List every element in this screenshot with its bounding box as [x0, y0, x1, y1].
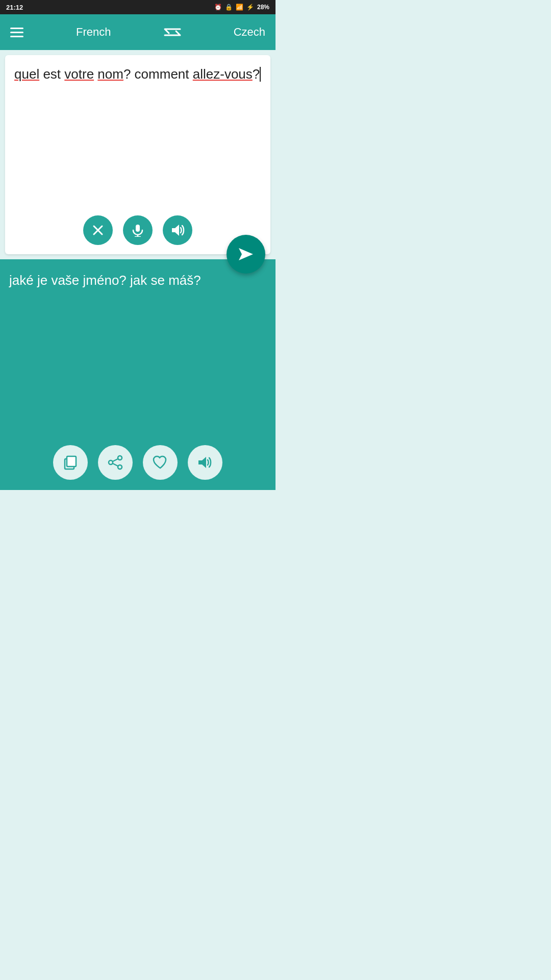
- clear-button[interactable]: [83, 215, 113, 245]
- svg-rect-8: [67, 456, 76, 467]
- svg-point-9: [118, 456, 122, 460]
- menu-button[interactable]: [10, 28, 23, 37]
- mic-button[interactable]: [123, 215, 153, 245]
- favorite-button[interactable]: [143, 445, 178, 480]
- output-speaker-button[interactable]: [188, 445, 222, 480]
- sim-icon: 🔒: [225, 4, 233, 11]
- source-language[interactable]: French: [76, 26, 111, 39]
- svg-point-10: [109, 460, 113, 464]
- word-nom: nom: [97, 66, 123, 82]
- toolbar: French Czech: [0, 14, 276, 50]
- status-icons: ⏰ 🔒 📶 ⚡ 28%: [214, 4, 269, 11]
- swap-languages-button[interactable]: [164, 25, 181, 39]
- word-allez-vous: allez-vous: [193, 66, 253, 82]
- translate-button[interactable]: [227, 235, 265, 274]
- svg-marker-6: [239, 248, 253, 260]
- speaker-button[interactable]: [163, 215, 192, 245]
- svg-marker-14: [198, 457, 206, 468]
- svg-rect-2: [136, 225, 140, 232]
- svg-line-12: [113, 459, 118, 461]
- charging-icon: ⚡: [246, 4, 254, 11]
- main-content: quel est votre nom? comment allez-vous?: [0, 50, 276, 490]
- status-time: 21:12: [6, 4, 23, 11]
- word-votre: votre: [64, 66, 94, 82]
- share-button[interactable]: [98, 445, 133, 480]
- svg-marker-5: [172, 225, 179, 236]
- target-language[interactable]: Czech: [234, 26, 265, 39]
- svg-point-11: [118, 465, 122, 469]
- word-quel: quel: [14, 66, 39, 82]
- input-area: quel est votre nom? comment allez-vous?: [5, 55, 270, 254]
- copy-button[interactable]: [53, 445, 88, 480]
- alarm-icon: ⏰: [214, 4, 222, 11]
- signal-icon: 📶: [236, 4, 243, 11]
- status-bar: 21:12 ⏰ 🔒 📶 ⚡ 28%: [0, 0, 276, 14]
- svg-line-13: [113, 463, 118, 466]
- input-controls: [14, 215, 261, 245]
- source-text[interactable]: quel est votre nom? comment allez-vous?: [14, 64, 261, 215]
- output-controls: [9, 445, 266, 480]
- battery-label: 28%: [257, 4, 269, 11]
- translated-text: jaké je vaše jméno? jak se máš?: [9, 271, 266, 290]
- output-area: jaké je vaše jméno? jak se máš?: [0, 259, 276, 490]
- text-cursor: [260, 67, 261, 82]
